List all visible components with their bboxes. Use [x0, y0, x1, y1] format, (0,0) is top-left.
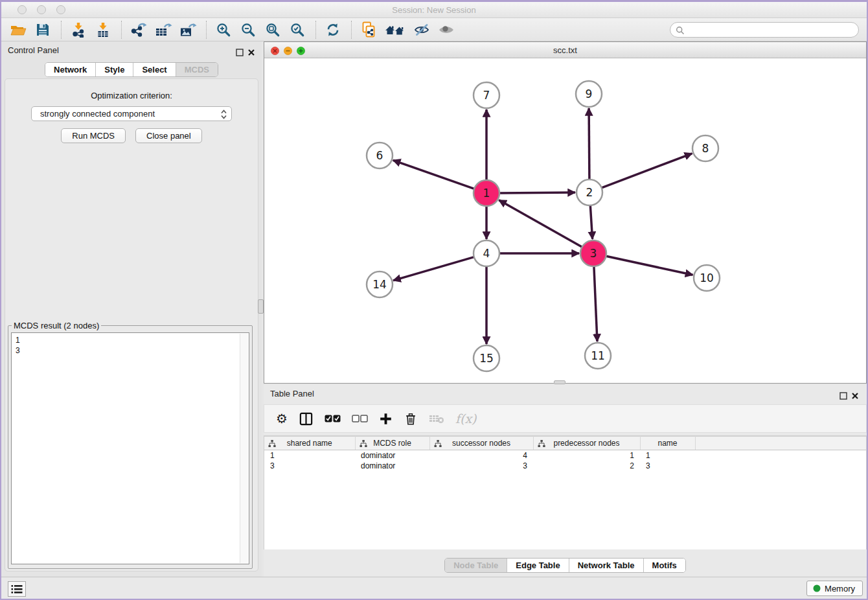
- home-layout-icon[interactable]: [383, 20, 407, 40]
- graph-edge[interactable]: [393, 257, 474, 281]
- deselect-all-checkboxes-icon[interactable]: [352, 414, 368, 423]
- criterion-select[interactable]: strongly connected component: [31, 106, 232, 121]
- task-history-button[interactable]: [8, 581, 26, 597]
- save-session-icon[interactable]: [32, 20, 53, 40]
- float-table-panel-icon[interactable]: [839, 391, 849, 399]
- close-panel-icon[interactable]: [247, 47, 257, 56]
- export-image-icon[interactable]: [177, 20, 198, 40]
- graph-node[interactable]: 7: [474, 82, 499, 108]
- task-list-icon: [11, 584, 23, 594]
- control-panel-title: Control Panel: [8, 45, 59, 55]
- graph-edge[interactable]: [589, 108, 589, 179]
- svg-text:8: 8: [702, 142, 709, 155]
- table-options-gear-icon[interactable]: ⚙: [276, 412, 288, 425]
- toolbar-separator: [206, 21, 207, 39]
- graph-node[interactable]: 11: [585, 343, 611, 369]
- show-columns-icon[interactable]: [299, 411, 314, 426]
- column-header-shared-name[interactable]: shared name: [264, 437, 355, 450]
- graph-node[interactable]: 14: [367, 271, 393, 297]
- tab-mcds[interactable]: MCDS: [176, 63, 218, 76]
- toolbar-separator: [351, 21, 352, 39]
- zoom-in-icon[interactable]: [213, 20, 234, 40]
- export-table-icon[interactable]: [153, 20, 174, 40]
- add-column-icon[interactable]: [379, 412, 393, 426]
- overview-eye-icon[interactable]: [436, 20, 457, 40]
- graph-node[interactable]: 1: [474, 180, 499, 206]
- graph-edge[interactable]: [602, 154, 692, 188]
- column-header-predecessor-nodes[interactable]: predecessor nodes: [533, 437, 640, 450]
- toolbar-separator: [315, 21, 316, 39]
- hierarchy-icon: [268, 440, 276, 449]
- titlebar: Session: New Session: [0, 2, 868, 18]
- delete-column-icon[interactable]: [404, 411, 418, 426]
- tab-node-table[interactable]: Node Table: [445, 559, 507, 572]
- select-all-checkboxes-icon[interactable]: [325, 414, 341, 423]
- tab-select[interactable]: Select: [133, 63, 176, 76]
- graph-node[interactable]: 8: [692, 135, 718, 161]
- graph-edge[interactable]: [499, 192, 575, 193]
- import-table-icon[interactable]: [93, 20, 113, 40]
- export-network-icon[interactable]: [128, 20, 149, 40]
- graph-node[interactable]: 6: [367, 143, 393, 168]
- refresh-view-icon[interactable]: [323, 20, 343, 40]
- mcds-panel: Optimization criterion: strongly connect…: [5, 78, 258, 571]
- hide-graphics-details-icon[interactable]: [411, 20, 432, 40]
- vertical-splitter-handle[interactable]: [258, 299, 264, 314]
- import-network-icon[interactable]: [68, 20, 89, 40]
- app-window: Session: New Session: [0, 0, 868, 600]
- window-title: Session: New Session: [0, 2, 868, 18]
- zoom-selected-icon[interactable]: [287, 20, 308, 40]
- network-window-titlebar[interactable]: scc.txt: [264, 42, 866, 58]
- node-table: shared name MCDS role successor nodes pr…: [264, 436, 866, 471]
- close-panel-button[interactable]: Close panel: [135, 128, 202, 143]
- graph-edge[interactable]: [499, 200, 582, 247]
- memory-button[interactable]: Memory: [806, 581, 863, 596]
- table-row[interactable]: 1dominator411: [264, 450, 866, 461]
- memory-status-dot: [813, 584, 821, 592]
- graph-node[interactable]: 2: [577, 179, 602, 205]
- tab-network-table[interactable]: Network Table: [569, 559, 644, 572]
- graph-node[interactable]: 3: [580, 240, 606, 266]
- run-mcds-button[interactable]: Run MCDS: [61, 128, 126, 143]
- zoom-fit-icon[interactable]: [262, 20, 283, 40]
- mcds-result-list[interactable]: 1 3: [11, 332, 249, 564]
- open-session-icon[interactable]: [8, 20, 29, 40]
- graph-node[interactable]: 4: [474, 240, 499, 266]
- column-header-mcds-role[interactable]: MCDS role: [355, 437, 429, 450]
- hierarchy-icon: [360, 440, 367, 449]
- search-input[interactable]: [670, 22, 859, 38]
- duplicate-network-icon[interactable]: [358, 20, 379, 40]
- zoom-out-icon[interactable]: [238, 20, 258, 40]
- table-row[interactable]: 3dominator323: [264, 461, 866, 471]
- network-canvas[interactable]: 1234678910111415: [264, 58, 866, 383]
- float-panel-icon[interactable]: [236, 47, 245, 56]
- tab-edge-table[interactable]: Edge Table: [507, 559, 569, 572]
- graph-edge[interactable]: [393, 160, 474, 189]
- control-panel: Control Panel Network Style Select MCDS …: [1, 41, 262, 578]
- graph-edge[interactable]: [594, 266, 597, 341]
- column-header-successor-nodes[interactable]: successor nodes: [429, 437, 533, 450]
- graph-edge[interactable]: [606, 256, 693, 275]
- control-panel-tabs: Network Style Select MCDS: [45, 62, 218, 77]
- graph-node[interactable]: 15: [474, 345, 499, 371]
- close-table-panel-icon[interactable]: [851, 391, 860, 399]
- hierarchy-icon: [538, 440, 545, 449]
- graph-edge[interactable]: [590, 205, 592, 239]
- svg-text:7: 7: [483, 89, 490, 102]
- table-tabs: Node Table Edge Table Network Table Moti…: [444, 558, 686, 573]
- column-header-filler: [695, 437, 866, 450]
- column-header-name[interactable]: name: [640, 437, 695, 450]
- horizontal-splitter-handle[interactable]: [554, 380, 565, 384]
- memory-label: Memory: [825, 584, 855, 594]
- mcds-result-box: MCDS result (2 nodes) 1 3: [8, 321, 253, 569]
- network-graph[interactable]: 1234678910111415: [264, 58, 866, 383]
- result-scrollbar[interactable]: [240, 334, 248, 563]
- toolbar-separator: [121, 21, 122, 39]
- tab-style[interactable]: Style: [96, 63, 133, 76]
- table-panel: Table Panel ⚙: [264, 385, 867, 577]
- graph-node[interactable]: 10: [694, 265, 720, 291]
- graph-node[interactable]: 9: [576, 81, 602, 107]
- tab-motifs[interactable]: Motifs: [644, 559, 685, 572]
- svg-text:14: 14: [372, 278, 387, 291]
- tab-network[interactable]: Network: [45, 63, 96, 76]
